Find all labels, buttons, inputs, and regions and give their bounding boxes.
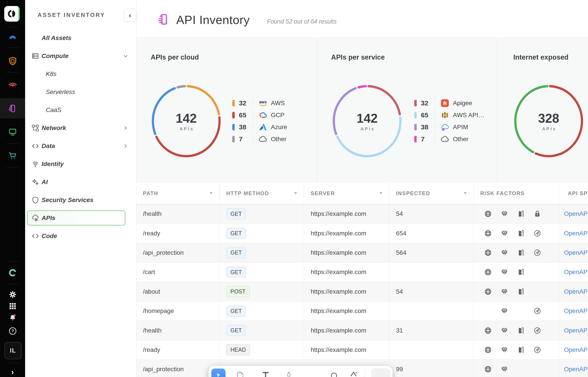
cell-method: GET — [219, 321, 304, 340]
rail-item-help[interactable]: ? — [0, 326, 25, 336]
api-spec-link[interactable]: OpenAPI — [564, 307, 588, 315]
table-row[interactable]: /readyGEThttps://example.com654OpenAPI — [136, 224, 588, 243]
sidebar-item-network[interactable]: Network — [25, 119, 136, 137]
door-icon — [517, 209, 533, 218]
cell-method: GET — [219, 301, 304, 320]
sidebar-item-ai[interactable]: AI — [25, 173, 136, 191]
chart-title-exposed: Internet exposed — [513, 53, 568, 61]
filter-icon[interactable] — [379, 191, 383, 196]
legend-value: 7 — [421, 135, 435, 143]
legend-label: APIM — [453, 124, 468, 131]
cell-path: /health — [136, 321, 219, 340]
api-spec-link[interactable]: OpenAPI — [564, 249, 588, 256]
sidebar-item-security-services[interactable]: Security Services — [25, 191, 136, 209]
globe-icon — [484, 229, 500, 238]
cell-path: /api_protection — [136, 243, 219, 262]
rail-divider — [6, 167, 19, 167]
sidebar-item-all-assets[interactable]: All Assets — [25, 29, 136, 47]
network-icon — [31, 124, 39, 132]
table-row[interactable]: /readyHEADhttps://example.comOpenAPI — [136, 340, 588, 360]
sidebar-item-compute[interactable]: Compute — [25, 47, 136, 65]
legend-label: AWS API… — [453, 112, 484, 119]
api-spec-link[interactable]: OpenAPI — [564, 230, 588, 237]
legend-divider — [435, 99, 435, 107]
table-row[interactable]: /api_protectionGEThttps://example.com564… — [136, 243, 588, 262]
cell-inspected — [389, 262, 473, 282]
rail-item-threats[interactable] — [0, 80, 25, 89]
rail-item-security[interactable] — [0, 56, 25, 66]
api-spec-link[interactable]: OpenAPI — [564, 327, 588, 334]
cell-server: https://example.com — [304, 262, 389, 282]
api-spec-link[interactable]: OpenAPI — [564, 210, 588, 217]
rail-item-dashboard[interactable] — [0, 32, 25, 42]
legend-marker — [414, 124, 417, 130]
sidebar-collapse-button[interactable]: ‹ — [124, 9, 136, 21]
method-badge: POST — [226, 286, 250, 297]
table-row[interactable]: /cartGEThttps://example.comOpenAPI — [136, 262, 588, 282]
cell-risk-factors — [473, 243, 559, 262]
legend-label: Apigee — [453, 100, 472, 107]
cloud-icon — [258, 134, 267, 144]
legend-value: 32 — [239, 99, 253, 107]
rail-item-sync[interactable] — [0, 268, 25, 278]
api-spec-link[interactable]: OpenAPI — [564, 366, 588, 373]
sidebar-item-data[interactable]: Data — [25, 137, 136, 155]
sidebar-item-serverless[interactable]: Serverless — [25, 83, 136, 101]
chevron-right-icon — [123, 143, 128, 149]
rail-item-marketplace[interactable] — [0, 151, 25, 161]
shape-tool-icon[interactable] — [330, 371, 338, 377]
rail-item-apps[interactable] — [0, 301, 25, 311]
text-tool-icon[interactable] — [261, 371, 270, 377]
table-row[interactable]: /homepageGEThttps://example.comOpenAPI — [136, 301, 588, 321]
page-title: API Inventory — [176, 13, 250, 27]
empty-slot — [517, 306, 533, 315]
filter-icon[interactable] — [293, 191, 298, 196]
cell-risk-factors — [473, 360, 559, 377]
api-spec-link[interactable]: OpenAPI — [564, 269, 588, 276]
pen-tool-icon[interactable] — [284, 371, 293, 377]
legend-value: 65 — [421, 111, 435, 119]
sidebar-item-k8s[interactable]: K8s — [25, 65, 136, 83]
api-spec-link[interactable]: OpenAPI — [564, 346, 588, 353]
highlighter-tool-icon[interactable] — [349, 371, 358, 377]
app-logo[interactable] — [4, 6, 20, 22]
legend-marker — [232, 100, 235, 106]
sidebar-item-apis[interactable]: APIs — [25, 209, 136, 227]
cell-method: POST — [219, 282, 304, 301]
cell-risk-factors — [473, 224, 559, 243]
floating-toolbar — [209, 366, 392, 377]
toolbar-primary-button[interactable] — [211, 368, 226, 377]
table-row[interactable]: /aboutPOSThttps://example.com54OpenAPI — [136, 282, 588, 301]
donut-apis-per-service: 142 APIs — [332, 84, 403, 158]
avatar[interactable]: IL — [4, 342, 22, 359]
toolbar-secondary-button[interactable] — [371, 368, 390, 377]
rail-divider — [6, 27, 19, 27]
rail-item-notifications[interactable] — [0, 313, 25, 323]
ring-icon — [8, 268, 18, 278]
chevron-down-icon — [123, 53, 128, 59]
rail-item-endpoints[interactable] — [0, 127, 25, 137]
sidebar-item-caas[interactable]: CaaS — [25, 101, 136, 119]
rail-expand-button[interactable]: › — [0, 367, 25, 377]
filter-icon[interactable] — [209, 191, 214, 196]
rail-item-settings[interactable] — [0, 290, 25, 299]
apigee-icon — [440, 98, 450, 108]
hand-tool-icon[interactable] — [235, 371, 244, 377]
table-row[interactable]: /healthGEThttps://example.com54OpenAPI — [136, 204, 588, 224]
sidebar-item-code[interactable]: Code — [25, 227, 136, 245]
cell-api-spec: OpenAPI — [559, 360, 588, 377]
rail-divider — [6, 284, 19, 284]
rail-item-api-inventory[interactable] — [0, 104, 25, 113]
svg-text:aws: aws — [259, 100, 267, 104]
column-label: SERVER — [311, 190, 335, 197]
cell-inspected: 654 — [389, 224, 473, 243]
table-row[interactable]: /healthGEThttps://example.com31OpenAPI — [136, 321, 588, 340]
api-spec-link[interactable]: OpenAPI — [564, 288, 588, 295]
sidebar-item-identity[interactable]: Identity — [25, 155, 136, 173]
legend-value: 32 — [421, 99, 435, 107]
charts-strip: APIs per cloud APIs per service Internet… — [136, 37, 588, 183]
filter-icon[interactable] — [463, 191, 468, 196]
cell-risk-factors — [473, 262, 559, 282]
cell-path: /cart — [136, 262, 219, 282]
results-count: Found 52 out of 64 results — [267, 18, 337, 25]
